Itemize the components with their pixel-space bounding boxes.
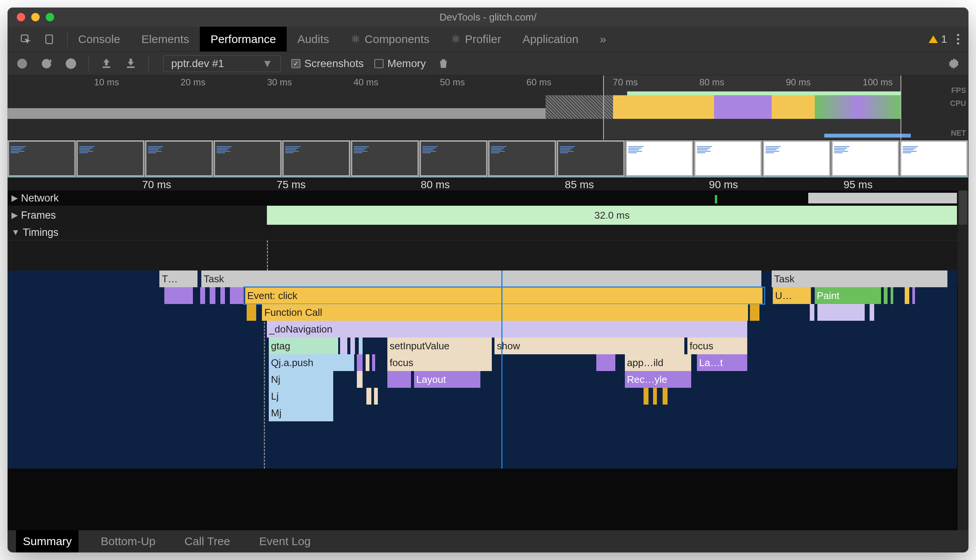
scrollbar-thumb[interactable]	[959, 190, 967, 225]
overview-selection[interactable]	[603, 75, 901, 140]
flame-mj[interactable]: Mj	[269, 405, 333, 421]
flame-app-ild[interactable]: app…ild	[625, 354, 691, 371]
flame-focus[interactable]: focus	[687, 338, 747, 354]
playhead[interactable]	[501, 270, 503, 468]
flame-focus2[interactable]: focus	[387, 354, 492, 371]
footer-tab-call-tree[interactable]: Call Tree	[178, 530, 237, 552]
titlebar: DevTools - glitch.com/	[8, 8, 968, 27]
footer-tab-summary[interactable]: Summary	[16, 530, 79, 552]
divider	[89, 56, 89, 71]
ruler-tick: 85 ms	[565, 179, 594, 191]
performance-toolbar: pptr.dev #1 ▼ ✓ Screenshots Memory	[8, 52, 968, 75]
screenshot-thumb[interactable]	[831, 140, 900, 177]
ruler-tick: 75 ms	[277, 179, 306, 191]
screenshot-thumb[interactable]	[8, 140, 76, 177]
chevron-down-icon: ▼	[262, 58, 273, 70]
svg-rect-7	[127, 67, 135, 68]
svg-rect-1	[46, 35, 53, 43]
screenshot-thumb[interactable]	[351, 140, 419, 177]
tab-performance[interactable]: Performance	[200, 27, 287, 52]
flame-task[interactable]: Task	[201, 270, 761, 287]
record-button[interactable]	[15, 57, 29, 70]
reload-record-button[interactable]	[40, 57, 53, 70]
tab-overflow[interactable]: »	[589, 27, 617, 52]
warnings-badge[interactable]: 1	[929, 33, 947, 45]
memory-label: Memory	[387, 58, 426, 70]
ov-tick: 60 ms	[526, 77, 551, 88]
footer-tab-event-log[interactable]: Event Log	[252, 530, 318, 552]
load-profile-icon[interactable]	[100, 57, 113, 70]
screenshot-thumb[interactable]	[557, 140, 625, 177]
timings-lane-header[interactable]: ▼Timings	[8, 225, 968, 240]
flame-rec-style[interactable]: Rec…yle	[625, 371, 691, 388]
main-flame-chart[interactable]: T… Task Task Event: click U… Paint Funct…	[8, 270, 957, 468]
screenshot-thumb[interactable]	[625, 140, 694, 177]
screenshot-thumb[interactable]	[145, 140, 214, 177]
flame-set-input[interactable]: setInputValue	[387, 338, 492, 354]
flame-do-navigation[interactable]: _doNavigation	[267, 321, 747, 338]
flame-u[interactable]: U…	[773, 287, 811, 304]
maximize-window-button[interactable]	[46, 13, 54, 21]
flame-stripe	[221, 287, 225, 304]
flame-qj[interactable]: Qj.a.push	[269, 354, 354, 371]
overview-timeline[interactable]: 10 ms 20 ms 30 ms 40 ms 50 ms 60 ms 70 m…	[8, 75, 968, 140]
screenshot-thumb[interactable]	[900, 140, 968, 177]
frame-duration: 32.0 ms	[594, 210, 630, 221]
detail-tabs: Summary Bottom-Up Call Tree Event Log	[8, 530, 968, 552]
tab-profiler[interactable]: ⚛Profiler	[440, 27, 511, 52]
screenshot-thumb[interactable]	[76, 140, 145, 177]
tab-audits[interactable]: Audits	[287, 27, 340, 52]
screenshot-thumb[interactable]	[282, 140, 351, 177]
flame-layout[interactable]: Layout	[414, 371, 480, 388]
memory-checkbox[interactable]: Memory	[374, 58, 426, 70]
flame-paint[interactable]: Paint	[815, 287, 881, 304]
screenshot-thumb[interactable]	[214, 140, 282, 177]
flame-task[interactable]: T…	[159, 270, 197, 287]
flame-function-call[interactable]: Function Call	[262, 304, 748, 321]
screenshot-thumb[interactable]	[419, 140, 488, 177]
screenshot-thumb[interactable]	[762, 140, 831, 177]
flame-stripe	[643, 388, 648, 405]
device-toggle-icon[interactable]	[43, 33, 56, 46]
gc-button[interactable]	[436, 57, 450, 70]
footer-tab-bottom-up[interactable]: Bottom-Up	[94, 530, 162, 552]
flame-lat[interactable]: La…t	[697, 354, 747, 371]
frames-lane[interactable]: ▶Frames 32.0 ms	[8, 206, 968, 225]
svg-point-3	[18, 59, 27, 68]
ov-tick: 50 ms	[440, 77, 465, 88]
flame-stripe	[884, 287, 887, 304]
recording-select[interactable]: pptr.dev #1 ▼	[163, 55, 281, 72]
screenshot-thumb[interactable]	[488, 140, 557, 177]
flame-stripe	[366, 388, 371, 405]
flame-show[interactable]: show	[495, 338, 684, 354]
vertical-scrollbar[interactable]	[958, 190, 968, 530]
network-lane-header[interactable]: ▶Network	[8, 190, 968, 206]
tab-components[interactable]: ⚛Components	[340, 27, 440, 52]
ov-tick: 40 ms	[353, 77, 378, 88]
flame-task[interactable]: Task	[772, 270, 948, 287]
tab-console[interactable]: Console	[67, 27, 131, 52]
flame-gtag[interactable]: gtag	[269, 338, 338, 354]
screenshots-label: Screenshots	[304, 58, 364, 70]
screenshot-thumb[interactable]	[694, 140, 762, 177]
main-ruler: 70 ms 75 ms 80 ms 85 ms 90 ms 95 ms	[8, 178, 968, 190]
flame-nj[interactable]: Nj	[269, 371, 333, 388]
flame-stripe	[340, 338, 348, 354]
flame-stripe	[891, 287, 893, 304]
more-menu-icon[interactable]	[957, 34, 959, 45]
screenshots-checkbox[interactable]: ✓ Screenshots	[291, 58, 364, 70]
save-profile-icon[interactable]	[124, 57, 138, 70]
tab-application[interactable]: Application	[511, 27, 589, 52]
clear-button[interactable]	[64, 57, 78, 70]
settings-gear-icon[interactable]	[947, 57, 961, 70]
minimize-window-button[interactable]	[31, 13, 40, 21]
tab-elements[interactable]: Elements	[131, 27, 200, 52]
close-window-button[interactable]	[17, 13, 25, 21]
ruler-tick: 70 ms	[142, 179, 171, 191]
devtools-window: DevTools - glitch.com/ Console Elements …	[8, 8, 968, 552]
frame-bar[interactable]: 32.0 ms	[267, 206, 957, 225]
flame-lj[interactable]: Lj	[269, 388, 333, 405]
flame-chart-area[interactable]: ▶Network ▶Frames 32.0 ms ▼Timings ▼Main …	[8, 190, 968, 530]
screenshots-filmstrip[interactable]	[8, 140, 968, 178]
inspect-element-icon[interactable]	[19, 33, 32, 46]
